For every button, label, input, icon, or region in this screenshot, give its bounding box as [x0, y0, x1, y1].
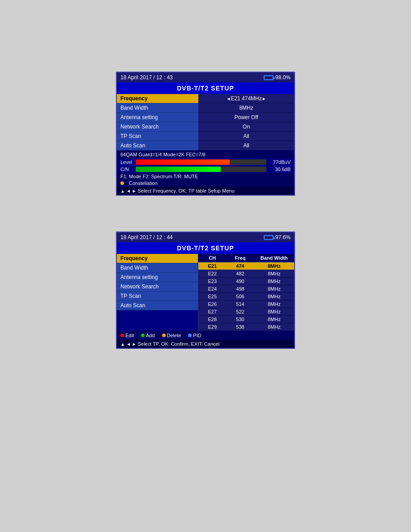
menu-label-auto-scan: Auto Scan: [117, 141, 198, 150]
screen2-main: Frequency Band Width Antenna setting Net…: [117, 254, 294, 331]
screen2-title: DVB-T/T2 SETUP: [117, 242, 294, 254]
cn-bar-fill: [136, 167, 221, 172]
tp-cell-bw-1: 8MHz: [254, 270, 294, 277]
screen1-battery: 98.0%: [264, 74, 291, 81]
nav-arrow-left-small: ◄: [126, 189, 131, 193]
edit-label: Edit: [125, 333, 134, 338]
menu-row-bandwidth[interactable]: Band Width 8MHz: [117, 103, 294, 113]
screen1-status-text: Select Frequency, OK: TP table Setup Men…: [138, 188, 235, 193]
freq-arrow-right[interactable]: ►: [262, 96, 266, 101]
screen2-menu-tp-scan[interactable]: TP Scan: [117, 292, 198, 301]
screen2-menu-antenna[interactable]: Antenna setting: [117, 273, 198, 282]
cn-row: C/N 30.6dB: [117, 166, 294, 173]
menu-label-frequency: Frequency: [117, 94, 198, 103]
screen2-menu-network-search[interactable]: Network Search: [117, 282, 198, 292]
level-bar-fill: [136, 159, 230, 165]
tp-cell-bw-8: 8MHz: [254, 323, 294, 330]
menu-value-auto-scan: All: [198, 141, 294, 150]
add-label: Add: [146, 333, 155, 338]
level-row: Level 77dBuV: [117, 159, 294, 166]
signal-info-text: 64QAM Guard=1/4 Mode=2K FEC=7/8: [117, 150, 294, 159]
tp-cell-freq-4: 506: [226, 293, 254, 300]
menu-row-tp-scan[interactable]: TP Scan All: [117, 132, 294, 141]
tp-cell-freq-0: 474: [226, 262, 254, 270]
footer-buttons: Edit Add Delete PID: [117, 331, 294, 340]
screen1-battery-pct: 98.0%: [275, 74, 291, 81]
tp-cell-bw-0: 8MHz: [254, 262, 294, 270]
menu-label-tp-scan: TP Scan: [117, 132, 198, 141]
tp-data-row-3[interactable]: E24 498 8MHz: [198, 285, 294, 293]
menu-value-frequency: ◄ E21 474MHz ►: [198, 94, 294, 103]
tp-header-row: CH Freq Band Width: [198, 254, 294, 262]
tp-cell-ch-3: E24: [198, 285, 226, 292]
screen2-status-bar: ▲ ◄ ► Select TP, OK: Confirm, EXIT: Canc…: [117, 340, 294, 348]
pid-button[interactable]: PID: [188, 333, 201, 338]
delete-button[interactable]: Delete: [162, 333, 181, 338]
screen2-menu-bandwidth[interactable]: Band Width: [117, 263, 198, 273]
constellation-bar: Constellation: [117, 180, 294, 187]
screen2-datetime: 18 April 2017 / 12 : 44: [120, 234, 173, 240]
screen1-status-bar: ▲ ◄ ► Select Frequency, OK: TP table Set…: [117, 187, 294, 195]
tp-data-row-6[interactable]: E27 522 8MHz: [198, 308, 294, 316]
tp-data-row-7[interactable]: E28 530 8MHz: [198, 316, 294, 323]
orange-dot-icon: [120, 181, 124, 185]
delete-label: Delete: [167, 333, 181, 338]
screen2-nav-arrow-right: ►: [132, 342, 137, 347]
screen2-tp-table: CH Freq Band Width E21 474 8MHz E22 482 …: [198, 254, 294, 331]
tp-cell-ch-6: E27: [198, 308, 226, 315]
menu-value-antenna: Power Off: [198, 113, 294, 122]
tp-cell-bw-5: 8MHz: [254, 300, 294, 308]
dot-orange-icon: [162, 334, 166, 337]
tp-cell-bw-2: 8MHz: [254, 278, 294, 285]
tp-cell-freq-7: 530: [226, 316, 254, 323]
tp-cell-ch-1: E22: [198, 270, 226, 277]
dot-blue-icon: [188, 334, 192, 337]
function-keys: F1: Mode F2: Spectrum T/R: MUTE: [120, 174, 198, 179]
screen2-battery-pct: 97.6%: [275, 234, 291, 240]
tp-header-freq: Freq: [226, 254, 254, 262]
level-label: Level: [120, 159, 134, 165]
tp-cell-freq-5: 514: [226, 300, 254, 308]
pid-label: PID: [193, 333, 201, 338]
tp-header-ch: CH: [198, 254, 226, 262]
tp-cell-ch-7: E28: [198, 316, 226, 323]
menu-label-bandwidth: Band Width: [117, 103, 198, 113]
screen2-nav-arrow-left: ◄: [126, 342, 131, 347]
menu-value-tp-scan: All: [198, 132, 294, 141]
tp-cell-bw-4: 8MHz: [254, 293, 294, 300]
freq-value-text: E21 474MHz: [231, 95, 261, 102]
tp-cell-ch-8: E29: [198, 323, 226, 330]
menu-row-antenna[interactable]: Antenna setting Power Off: [117, 113, 294, 122]
tp-data-row-4[interactable]: E25 506 8MHz: [198, 293, 294, 300]
tp-cell-bw-6: 8MHz: [254, 308, 294, 315]
tp-data-row-8[interactable]: E29 538 8MHz: [198, 323, 294, 331]
level-value: 77dBuV: [268, 159, 291, 165]
dot-green-icon: [141, 334, 145, 337]
tp-cell-bw-3: 8MHz: [254, 285, 294, 292]
edit-button[interactable]: Edit: [120, 333, 134, 338]
nav-arrow-right-small: ►: [132, 189, 137, 193]
screen2-nav-arrow-up: ▲: [120, 342, 125, 347]
tp-cell-ch-5: E26: [198, 300, 226, 308]
nav-arrow-up: ▲: [120, 189, 125, 193]
menu-value-network-search: On: [198, 122, 294, 132]
menu-row-auto-scan[interactable]: Auto Scan All: [117, 141, 294, 150]
tp-header-bw: Band Width: [254, 254, 294, 262]
tp-cell-freq-3: 498: [226, 285, 254, 292]
tp-data-row-2[interactable]: E23 490 8MHz: [198, 278, 294, 285]
cn-label: C/N: [120, 167, 134, 172]
menu-row-frequency[interactable]: Frequency ◄ E21 474MHz ►: [117, 94, 294, 103]
screen2-left-menu: Frequency Band Width Antenna setting Net…: [117, 254, 198, 331]
add-button[interactable]: Add: [141, 333, 155, 338]
menu-row-network-search[interactable]: Network Search On: [117, 122, 294, 132]
screen2-menu-auto-scan[interactable]: Auto Scan: [117, 301, 198, 310]
screen1: 18 April 2017 / 12 : 43 98.0% DVB-T/T2 S…: [116, 72, 295, 196]
menu-label-antenna: Antenna setting: [117, 113, 198, 122]
tp-data-row-1[interactable]: E22 482 8MHz: [198, 270, 294, 278]
screen2-menu-frequency[interactable]: Frequency: [117, 254, 198, 263]
tp-data-row-5[interactable]: E26 514 8MHz: [198, 300, 294, 308]
screen1-header: 18 April 2017 / 12 : 43 98.0%: [117, 73, 294, 82]
tp-data-row-0[interactable]: E21 474 8MHz: [198, 262, 294, 270]
freq-arrow-left[interactable]: ◄: [226, 96, 231, 101]
screen1-title: DVB-T/T2 SETUP: [117, 82, 294, 94]
